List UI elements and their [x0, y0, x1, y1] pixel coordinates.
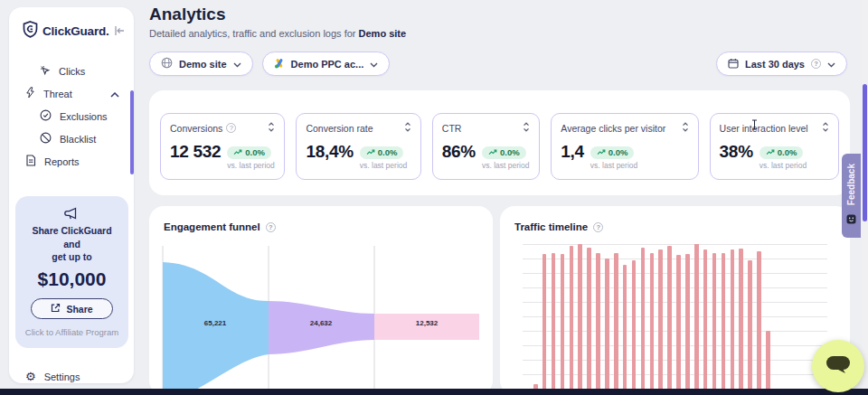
site-filter-dropdown[interactable]: Demo site [149, 52, 253, 76]
sort-icon[interactable] [268, 122, 275, 134]
traffic-bar [722, 253, 726, 395]
traffic-bar [596, 253, 600, 395]
chevron-down-icon [370, 59, 378, 70]
funnel-chart-title: Engagement funnel [164, 221, 260, 232]
cursor-click-icon [40, 65, 51, 78]
traffic-bar [748, 260, 752, 395]
kpi-card-avg-clicks: Average clicks per visitor 1,4 0.0% vs. … [551, 113, 698, 180]
kpi-value: 1,4 [561, 143, 584, 162]
kpi-card-conversions: Conversions ? 12 532 0.0% vs. last perio… [160, 113, 285, 180]
funnel-stage-3-value: 12,532 [400, 319, 454, 327]
traffic-bar [641, 248, 646, 395]
kpi-card-conversion-rate: Conversion rate 18,4% 0.0% vs. last peri… [296, 113, 420, 180]
site-filter-value: Demo site [179, 59, 227, 70]
sort-icon[interactable] [682, 122, 689, 134]
traffic-bar [712, 253, 717, 395]
promo-amount: $10,000 [23, 268, 121, 290]
funnel-stage-1-shape[interactable] [163, 262, 269, 395]
kpi-sub-label: vs. last period [227, 161, 274, 170]
traffic-bar [650, 253, 655, 395]
collapse-sidebar-icon[interactable] [114, 24, 125, 40]
sort-icon[interactable] [404, 122, 411, 134]
traffic-bar [614, 253, 618, 395]
traffic-bar [766, 331, 770, 395]
kpi-panel: Conversions ? 12 532 0.0% vs. last perio… [149, 90, 850, 195]
kpi-sub-label: vs. last period [760, 161, 807, 170]
sort-icon[interactable] [822, 122, 829, 134]
help-icon[interactable]: ? [593, 222, 603, 232]
kpi-change-badge: 0.0% [360, 146, 404, 159]
text-cursor [751, 118, 758, 134]
kpi-value: 38% [720, 143, 753, 162]
kpi-sub-label: vs. last period [590, 161, 637, 170]
traffic-bar [632, 260, 637, 395]
page-subtitle: Detailed analytics, traffic and exclusio… [149, 28, 406, 39]
traffic-bar [739, 249, 743, 395]
page-scrollbar-thumb[interactable] [863, 84, 867, 221]
traffic-bar [667, 246, 672, 395]
app-logo-name: ClickGuard. [42, 24, 109, 38]
sidebar-item-threat[interactable]: Threat [9, 82, 134, 105]
funnel-stage-1-value: 65,221 [188, 319, 242, 327]
help-icon[interactable]: ? [226, 123, 236, 133]
kpi-value: 18,4% [306, 143, 353, 162]
kpi-change-badge: 0.0% [482, 146, 526, 159]
help-icon[interactable]: ? [811, 59, 821, 69]
page-title: Analytics [149, 5, 225, 24]
kpi-card-ctr: CTR 86% 0.0% vs. last period [432, 113, 541, 180]
help-icon[interactable]: ? [266, 222, 276, 232]
external-link-icon [51, 303, 61, 315]
ppc-account-dropdown[interactable]: Demo PPC ac... [262, 52, 391, 76]
traffic-bar [587, 248, 591, 395]
traffic-bar [561, 254, 565, 395]
kpi-label: User interaction level [720, 123, 808, 134]
feedback-smiley-icon [846, 212, 856, 228]
sidebar-item-clicks[interactable]: Clicks [9, 60, 134, 82]
share-button-label: Share [66, 304, 92, 315]
funnel-stage-2-value: 24,632 [294, 319, 348, 327]
sidebar-item-label: Exclusions [60, 111, 108, 122]
sidebar-item-settings[interactable]: ⚙ Settings [9, 365, 134, 388]
chat-launcher-button[interactable] [812, 340, 864, 392]
feedback-tab-label: Feedback [846, 164, 856, 205]
sidebar-item-exclusions[interactable]: Exclusions [9, 105, 134, 127]
feedback-tab[interactable]: Feedback [842, 154, 861, 238]
page-scrollbar-track[interactable] [862, 0, 868, 389]
page-subtitle-site: Demo site [359, 28, 407, 39]
traffic-bar [552, 253, 556, 395]
sidebar-item-label: Reports [44, 156, 80, 167]
ppc-account-value: Demo PPC ac... [291, 59, 364, 70]
engagement-funnel-card: Engagement funnel ? 65,221 24,632 12,532 [149, 206, 493, 395]
affiliate-promo-card[interactable]: Share ClickGuard and get up to $10,000 S… [15, 196, 128, 348]
traffic-bar [676, 255, 681, 395]
funnel-stage-2-shape[interactable] [269, 301, 374, 354]
trend-up-icon [366, 149, 375, 155]
sidebar-item-blacklist[interactable]: Blacklist [9, 127, 134, 150]
bottom-window-edge [0, 389, 868, 395]
traffic-bar [685, 254, 690, 395]
ban-circle-icon [40, 132, 52, 146]
logo-row: ClickGuard. [9, 7, 134, 42]
date-range-dropdown[interactable]: Last 30 days ? [716, 52, 847, 76]
timeline-chart-title: Traffic timeline [514, 221, 588, 232]
sort-icon[interactable] [523, 122, 530, 134]
document-icon [25, 155, 36, 168]
kpi-label: Conversions [170, 123, 222, 134]
traffic-bar [570, 246, 574, 395]
megaphone-icon [64, 208, 80, 223]
sidebar-item-label: Threat [43, 89, 72, 99]
share-button[interactable]: Share [31, 298, 112, 319]
settings-label: Settings [44, 371, 80, 382]
check-circle-icon [40, 109, 52, 123]
traffic-bar [731, 249, 735, 395]
date-range-value: Last 30 days [745, 59, 805, 70]
traffic-bar [703, 249, 708, 395]
sidebar-item-reports[interactable]: Reports [9, 150, 134, 173]
trend-up-icon [597, 149, 606, 155]
traffic-bars [533, 244, 770, 395]
gear-icon: ⚙ [25, 371, 36, 382]
sidebar-scrollbar-thumb[interactable] [130, 90, 134, 174]
analytics-page: ClickGuard. Clicks Threat [0, 0, 868, 395]
trend-up-icon [233, 149, 242, 155]
promo-text-line2: get up to [23, 250, 121, 264]
